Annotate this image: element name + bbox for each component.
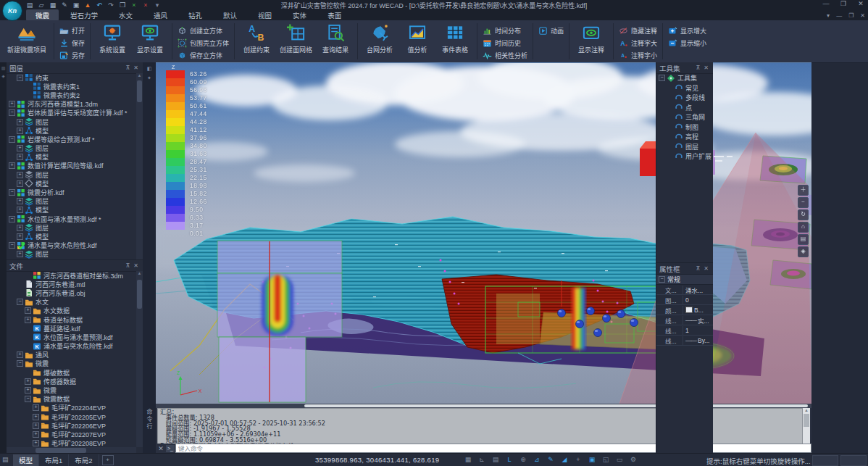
layer-item[interactable]: −岩体质量评估与采场宽度计算.kdf * [7,109,136,117]
expander-icon[interactable]: + [17,225,23,231]
close-icon[interactable]: ✕ [132,65,140,71]
tool-item[interactable]: 多段线 [656,93,713,103]
ribbon-button-事件表格[interactable]: 事件表格 [438,23,472,54]
menu-tab-实体[interactable]: 实体 [283,9,316,21]
pin-icon[interactable]: ⊼ [124,262,132,269]
expander-icon[interactable]: + [25,387,31,394]
tool-item[interactable]: 三角网 [656,112,713,122]
ribbon-button-显示增大[interactable]: 显示增大 [668,25,706,36]
annotation-toggle-icon[interactable]: ✎ [546,455,555,465]
menu-tab-表面[interactable]: 表面 [318,9,351,21]
expander-icon[interactable]: + [17,172,23,178]
status-segment[interactable] [840,455,867,466]
file-item[interactable]: −微震 [7,359,136,368]
expander-icon[interactable]: + [17,145,23,151]
ribbon-button-保存[interactable]: 保存 [59,37,85,49]
pin-icon[interactable]: ⊼ [694,65,702,71]
collapse-left-icon[interactable]: ◧ [143,66,156,72]
app-logo[interactable]: Kn [2,1,22,21]
layer-item[interactable]: +河东河西巷道模型1.3dm [7,100,136,109]
layer-item[interactable]: +图层 [7,170,136,179]
ribbon-button-显示缩小[interactable]: 显示缩小 [668,37,706,49]
menu-tab-钻孔[interactable]: 钻孔 [179,9,212,21]
property-row[interactable]: 颜...B... [656,305,713,315]
expander-icon[interactable]: − [9,242,15,249]
expander-icon[interactable]: − [9,189,15,196]
otrack-toggle-icon[interactable]: ◢ [560,455,569,465]
ribbon-button-隐藏注释[interactable]: 隐藏注释 [619,25,657,36]
ribbon-button-时间分布[interactable]: 时间分布 [483,25,527,36]
layer-item[interactable]: +图层 [7,223,136,232]
file-item[interactable]: +毛坪矿202205EVP [7,412,136,421]
property-row[interactable]: 文...涌水... [656,285,713,295]
file-item[interactable]: K蔓延路径.kdf [7,324,136,333]
close-icon[interactable]: ✕ [702,265,710,272]
command-input[interactable] [175,444,811,453]
expander-icon[interactable]: + [33,440,39,446]
ribbon-button-保存立方体[interactable]: 保存立方体 [178,49,229,61]
property-value[interactable]: ——实... [683,316,713,325]
qat-dropdown-icon[interactable]: ▾ [152,1,162,9]
layer-item[interactable]: 微震表约束1 [7,82,136,91]
app-a-icon[interactable]: ▲ [83,1,93,9]
nav-orbit-button[interactable]: ↻ [798,209,809,220]
layer-item[interactable]: +模型 [7,126,136,135]
ribbon-button-台网分析[interactable]: 台网分析 [363,23,396,54]
property-value[interactable]: 1 [683,327,713,334]
property-row[interactable]: 线...——实... [656,315,713,325]
tool-item[interactable]: 用户扩展 [656,151,713,162]
nav-zoom-in-button[interactable]: ＋ [798,185,809,196]
ortho-toggle-icon[interactable]: L [505,455,514,465]
expander-icon[interactable]: − [659,75,665,81]
cube-view-icon[interactable]: ❒ [117,1,128,9]
expander-icon[interactable]: + [17,154,23,160]
pin-icon[interactable]: ⊼ [124,65,132,71]
layer-item[interactable]: +数值计算岩爆风险等级.kdf [7,162,136,170]
layer-item[interactable]: +模型 [7,206,136,215]
close-icon[interactable]: ✕ [132,262,140,269]
minimize-button[interactable]: — [822,0,830,7]
layer-item[interactable]: −约束 [7,73,136,82]
expander-icon[interactable]: + [33,404,39,411]
menu-tab-默认[interactable]: 默认 [214,9,246,21]
console-close-icon[interactable]: ✕ [156,445,166,452]
restore-button[interactable]: ❐ [839,0,848,7]
file-item[interactable]: −微震数据 [7,395,136,404]
file-item[interactable]: 爆破数据 [7,368,136,377]
child-close-button[interactable]: ✕ [860,12,865,19]
polar-toggle-icon[interactable]: ⊕ [519,455,527,465]
layer-item[interactable]: −涌水量与突水危险性.kdf [7,241,136,250]
expander-icon[interactable]: + [17,351,23,358]
tool-item[interactable]: 制图 [656,122,713,133]
menu-tab-通风[interactable]: 通风 [144,9,177,21]
layout-tab-布局2[interactable]: 布局2 [69,454,99,466]
file-item[interactable]: K涌水量与突水危险性.kdf [7,342,136,351]
layer-item[interactable]: +模型 [7,179,136,188]
file-item[interactable]: +毛坪矿202206EVP [7,421,136,430]
property-row[interactable]: 线...——By... [656,336,713,346]
tool-item[interactable]: 高程 [656,132,713,142]
expander-icon[interactable]: + [17,180,23,187]
layer-item[interactable]: +图层 [7,197,136,206]
file-item[interactable]: +通风 [7,351,136,359]
expander-icon[interactable]: + [17,198,23,204]
selection-toggle-icon[interactable]: ▭ [615,455,624,465]
property-value[interactable]: ——By... [683,337,713,344]
expander-icon[interactable]: + [25,317,31,323]
expander-icon[interactable]: + [33,431,39,438]
expander-icon[interactable]: + [17,119,23,125]
close-green-icon[interactable]: × [129,1,139,9]
layer-item[interactable]: 微震表约束2 [7,91,136,99]
expander-icon[interactable]: + [17,233,23,240]
dynamic-input-toggle-icon[interactable]: + [574,455,583,465]
property-row[interactable]: 图...0 [656,295,713,305]
collapse-icon[interactable]: − [659,276,665,283]
tool-item[interactable]: −工具集 [656,73,713,83]
redo-icon[interactable]: ↷ [106,1,116,9]
property-value[interactable]: B... [683,307,713,314]
ribbon-button-注释字小[interactable]: A注释字小 [619,49,657,61]
file-item[interactable]: +毛坪矿202204EVP [7,404,136,412]
property-value[interactable]: 0 [683,296,713,304]
close-icon[interactable]: ✕ [702,65,710,71]
autohide-panel-icon2[interactable]: ◈ [0,73,7,78]
